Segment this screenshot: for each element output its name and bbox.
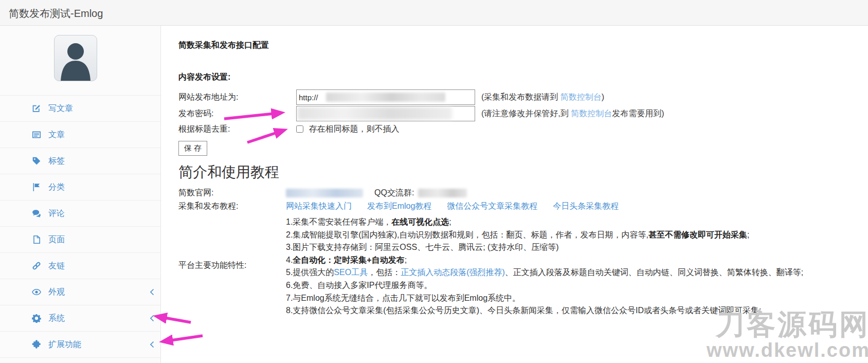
redacted-password-value (298, 107, 452, 120)
feature-line: 8.支持微信公众号文章采集(包括采集公众号历史文章)、今日头条新闻采集，仅需输入… (286, 304, 803, 317)
tag-icon (32, 156, 41, 166)
app-window: 简数发布测试-Emlog 写文章 文章 (0, 0, 868, 363)
sidebar-item-system[interactable]: 系统 (0, 305, 160, 331)
publish-url-label: 网站发布地址为: (178, 92, 296, 103)
publish-url-note: (采集和发布数据请到 简数控制台) (481, 92, 604, 103)
qq-group-label: QQ交流群: (374, 188, 414, 198)
save-row: 保 存 (178, 141, 664, 156)
window-title: 简数发布测试-Emlog (0, 0, 868, 21)
dedupe-row: 根据标题去重: 存在相同标题，则不插入 (178, 122, 664, 136)
qq-group-value-redacted (418, 189, 467, 197)
sidebar-item-write-post[interactable]: 写文章 (0, 95, 160, 121)
flag-icon (32, 183, 41, 192)
sidebar-item-label: 友链 (48, 261, 65, 271)
feature-line: 5.提供强大的SEO工具，包括：正文插入动态段落(强烈推荐)、正文插入段落及标题… (286, 266, 803, 279)
avatar-silhouette-icon (55, 35, 97, 81)
features-list: 1.采集不需安装任何客户端，在线可视化点选; 2.集成智能提取引擎(国内独家),… (286, 216, 803, 317)
sidebar-item-label: 分类 (48, 182, 65, 193)
section-title-publish-settings: 内容发布设置: (178, 72, 230, 83)
top-bar: 简数发布测试-Emlog (0, 0, 868, 26)
page-icon (32, 235, 41, 244)
page-title: 简数采集和发布接口配置 (178, 40, 269, 51)
redacted-url-value (326, 93, 445, 102)
publish-url-row: 网站发布地址为: (采集和发布数据请到 简数控制台) (178, 89, 664, 105)
main-content: 简数采集和发布接口配置 内容发布设置: 网站发布地址为: (采集和发布数据请到 … (161, 26, 868, 363)
tutorial-link-wechat-collect[interactable]: 微信公众号文章采集教程 (447, 201, 537, 212)
sidebar-item-label: 系统 (48, 313, 65, 324)
sidebar-item-friend-links[interactable]: 友链 (0, 252, 160, 279)
sidebar-item-pages[interactable]: 页面 (0, 226, 160, 252)
feature-line: 6.免费、自动接入多家IP代理服务商等。 (286, 279, 803, 292)
sidebar-item-label: 文章 (48, 130, 65, 140)
sidebar-item-appearance[interactable]: 外观 (0, 279, 160, 305)
save-button[interactable]: 保 存 (178, 141, 207, 156)
sidebar-item-label: 写文章 (48, 103, 73, 114)
dedupe-option-label: 存在相同标题，则不插入 (309, 124, 399, 133)
publish-password-note: (请注意修改并保管好,到 简数控制台发布需要用到) (481, 108, 664, 119)
official-site-label: 简数官网: (178, 188, 286, 198)
publish-settings-form: 网站发布地址为: (采集和发布数据请到 简数控制台) 发布密码: (请注意修改并… (178, 89, 664, 156)
tutorial-link-toutiao-collect[interactable]: 今日头条采集教程 (553, 201, 619, 212)
sidebar-item-posts[interactable]: 文章 (0, 121, 160, 148)
feature-line: 3.图片下载支持存储到：阿里云OSS、七牛云、腾讯云; (支持水印、压缩等) (286, 241, 803, 254)
sidebar-nav: 写文章 文章 标签 分类 (0, 95, 160, 358)
sidebar-item-label: 扩展功能 (48, 339, 81, 350)
tutorials-label: 采集和发布教程: (178, 201, 286, 212)
sidebar-item-label: 标签 (48, 156, 65, 167)
dedupe-checkbox[interactable] (296, 125, 303, 133)
chevron-left-icon (150, 341, 154, 348)
tutorial-link-website-collect[interactable]: 网站采集快速入门 (286, 201, 352, 212)
sidebar-item-label: 评论 (48, 208, 65, 219)
tutorial-section: 简数官网: QQ交流群: 采集和发布教程: 网站采集快速入门 发布到Emlog教… (178, 187, 803, 319)
puzzle-icon (32, 340, 41, 349)
official-site-link-redacted[interactable] (286, 189, 363, 197)
official-site-row: 简数官网: QQ交流群: (178, 187, 803, 199)
sidebar-item-tags[interactable]: 标签 (0, 148, 160, 174)
link-icon (32, 261, 41, 270)
publish-password-row: 发布密码: (请注意修改并保管好,到 简数控制台发布需要用到) (178, 106, 664, 121)
tutorial-link-publish-emlog[interactable]: 发布到Emlog教程 (367, 201, 431, 212)
features-row: 平台主要功能特性: 1.采集不需安装任何客户端，在线可视化点选; 2.集成智能提… (178, 214, 803, 317)
features-label: 平台主要功能特性: (178, 260, 286, 271)
edit-icon (32, 104, 41, 113)
tutorial-section-title: 简介和使用教程 (178, 162, 279, 182)
dedupe-field: 存在相同标题，则不插入 (296, 124, 399, 135)
dedupe-label: 根据标题去重: (178, 124, 296, 135)
sidebar-item-extensions[interactable]: 扩展功能 (0, 331, 160, 358)
tutorials-row: 采集和发布教程: 网站采集快速入门 发布到Emlog教程 微信公众号文章采集教程… (178, 201, 803, 212)
feature-line: 2.集成智能提取引擎(国内独家),自动识别数据和规则，包括：翻页、标题，作者，发… (286, 229, 803, 242)
feature-line: 4.全自动化：定时采集+自动发布; (286, 254, 803, 267)
gear-icon (32, 314, 41, 323)
jianshu-console-link[interactable]: 简数控制台 (571, 109, 612, 118)
sidebar-item-comments[interactable]: 评论 (0, 200, 160, 226)
chevron-left-icon (150, 315, 154, 322)
feature-line: 7.与Emlog系统无缝结合，点击几下就可以发布到Emlog系统中。 (286, 292, 803, 305)
dynamic-paragraph-link[interactable]: 正文插入动态段落(强烈推荐) (401, 268, 505, 277)
feature-line: 1.采集不需安装任何客户端，在线可视化点选; (286, 216, 803, 229)
chevron-left-icon (150, 288, 154, 296)
jianshu-console-link[interactable]: 简数控制台 (560, 93, 602, 101)
article-list-icon (32, 130, 41, 139)
sidebar-item-categories[interactable]: 分类 (0, 174, 160, 200)
sidebar-item-label: 外观 (48, 287, 65, 298)
sidebar-item-label: 页面 (48, 234, 65, 245)
user-avatar (54, 35, 97, 81)
eye-icon (32, 287, 41, 297)
sidebar: 写文章 文章 标签 分类 (0, 26, 161, 363)
comments-icon (32, 209, 41, 218)
publish-password-label: 发布密码: (178, 108, 296, 119)
seo-tools-link[interactable]: SEO工具 (334, 268, 368, 277)
